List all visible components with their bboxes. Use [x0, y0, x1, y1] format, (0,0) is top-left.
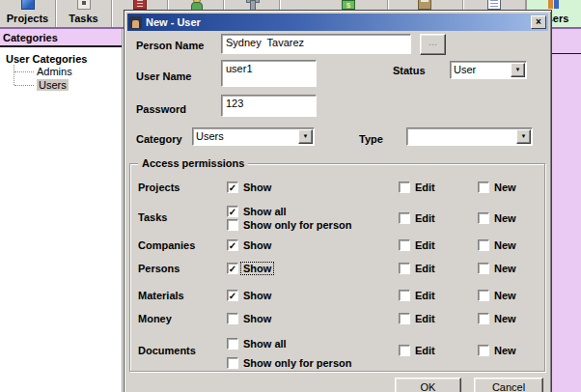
browse-button[interactable]: ... — [420, 34, 446, 55]
checkbox-label: Edit — [415, 345, 435, 356]
status-value: User — [454, 64, 509, 75]
type-dropdown[interactable]: ▼ — [406, 127, 533, 146]
checkbox-box[interactable] — [478, 239, 489, 251]
perm-row-label-documents: Documents — [138, 345, 196, 356]
checkbox-box[interactable]: ✓ — [227, 206, 238, 217]
checkbox-box[interactable] — [227, 357, 238, 369]
checkbox-box[interactable] — [227, 338, 238, 350]
checkbox-label: Edit — [415, 313, 435, 324]
checkbox-box[interactable] — [399, 239, 410, 251]
checkbox-label: Edit — [415, 290, 435, 301]
checkbox-box[interactable] — [399, 182, 410, 193]
ok-button[interactable]: OK — [395, 378, 461, 392]
checkbox-box[interactable] — [399, 313, 410, 324]
status-dropdown[interactable]: User ▼ — [450, 61, 527, 79]
toolbar-button-tasks[interactable]: Tasks — [56, 0, 111, 27]
chevron-down-icon[interactable]: ▼ — [511, 63, 525, 77]
checkbox-box[interactable] — [478, 313, 489, 324]
checkbox-label: Show all — [243, 206, 287, 217]
checkbox-box[interactable]: ✓ — [227, 239, 238, 251]
user-face-icon — [129, 16, 142, 29]
user-name-label: User Name — [136, 70, 191, 82]
sidebar: Categories User Categories Admins Users — [0, 29, 123, 392]
checkbox-label: New — [494, 212, 516, 224]
checkbox-box[interactable] — [399, 290, 410, 301]
projects-icon — [21, 0, 35, 10]
checkbox-label: New — [494, 182, 516, 193]
tree-item-label: Admins — [37, 66, 72, 77]
access-permissions-legend: Access permissions — [138, 157, 248, 169]
tree-item-admins[interactable]: Admins — [12, 65, 122, 78]
checkbox-label: Edit — [415, 239, 435, 251]
persons-icon — [189, 0, 203, 10]
perm-row-label-tasks: Tasks — [138, 211, 167, 223]
perm-row-label-persons: Persons — [138, 263, 180, 274]
checkbox-box[interactable] — [478, 290, 489, 301]
checkbox-label: Edit — [415, 263, 435, 274]
perm-row-label-materials: Materials — [138, 290, 184, 301]
tree-root-user-categories[interactable]: User Categories — [4, 53, 122, 65]
toolbar-button-label: Projects — [0, 13, 55, 24]
checkbox-box[interactable] — [478, 263, 489, 274]
tasks-icon — [77, 0, 91, 10]
materials-icon — [245, 0, 259, 10]
user-name-field[interactable]: user1 — [221, 60, 317, 87]
category-dropdown[interactable]: Users ▼ — [192, 127, 315, 146]
checkbox-box[interactable] — [478, 212, 489, 224]
checkbox-label: New — [494, 345, 516, 356]
checkbox-box[interactable]: ✓ — [227, 182, 238, 193]
money-icon: $ — [342, 0, 355, 10]
checkbox-label: New — [494, 290, 516, 301]
checkbox-box[interactable] — [399, 345, 410, 356]
checkbox-label: Edit — [415, 182, 435, 193]
checkbox-box[interactable] — [227, 313, 238, 324]
checkbox-label: New — [494, 263, 516, 274]
checkbox-label: Edit — [415, 212, 435, 224]
checkbox-box[interactable] — [478, 182, 489, 193]
calculator-icon — [418, 0, 431, 10]
checkbox-label: Show all — [243, 338, 287, 350]
checkbox-box[interactable]: ✓ — [227, 290, 238, 301]
checkbox-label: Show only for person — [243, 219, 351, 231]
checkbox-label: Show — [243, 239, 271, 251]
checkbox-box[interactable] — [399, 212, 410, 224]
checkbox-label: New — [494, 239, 516, 251]
tree-item-label-selected: Users — [37, 79, 69, 91]
chevron-down-icon[interactable]: ▼ — [516, 129, 531, 144]
toolbar-button-projects[interactable]: Projects — [0, 0, 55, 27]
perm-row-label-projects: Projects — [138, 182, 180, 193]
checkbox-box[interactable] — [227, 219, 238, 231]
checkbox-label: Show — [243, 290, 271, 301]
cancel-button[interactable]: Cancel — [474, 378, 543, 392]
person-name-field[interactable]: Sydney Tavarez — [221, 34, 411, 54]
close-icon[interactable]: × — [531, 15, 546, 29]
documents-icon — [487, 0, 501, 10]
checkbox-label: Show — [243, 313, 271, 324]
checkbox-label: New — [494, 313, 516, 324]
tree-item-users[interactable]: Users — [12, 78, 122, 92]
users-icon — [547, 0, 561, 10]
access-permissions-group: Access permissions Projects ✓ Show Edit … — [129, 163, 545, 372]
dialog-title: New - User — [146, 16, 201, 28]
category-tree: User Categories Admins Users — [0, 47, 122, 92]
perm-row-label-money: Money — [138, 313, 172, 324]
dialog-titlebar[interactable]: New - User × — [127, 14, 548, 31]
checkbox-label-focused: Show — [241, 263, 273, 274]
checkbox-label: Show — [243, 182, 271, 193]
application-window: Projects Tasks $ — [0, 0, 581, 392]
checkbox-box[interactable] — [478, 345, 489, 356]
category-label: Category — [136, 133, 182, 145]
checkbox-box[interactable]: ✓ — [227, 263, 238, 274]
companies-icon — [133, 0, 147, 10]
categories-header: Categories — [0, 29, 122, 47]
checkbox-label: Show only for person — [243, 357, 351, 369]
perm-row-label-companies: Companies — [138, 239, 195, 251]
person-name-label: Person Name — [136, 40, 204, 51]
category-value: Users — [196, 130, 296, 142]
status-label: Status — [393, 65, 426, 76]
password-label: Password — [136, 103, 186, 115]
checkbox-box[interactable] — [399, 263, 410, 274]
chevron-down-icon[interactable]: ▼ — [298, 129, 313, 144]
type-label: Type — [359, 133, 383, 145]
password-field[interactable]: 123 — [221, 95, 317, 117]
